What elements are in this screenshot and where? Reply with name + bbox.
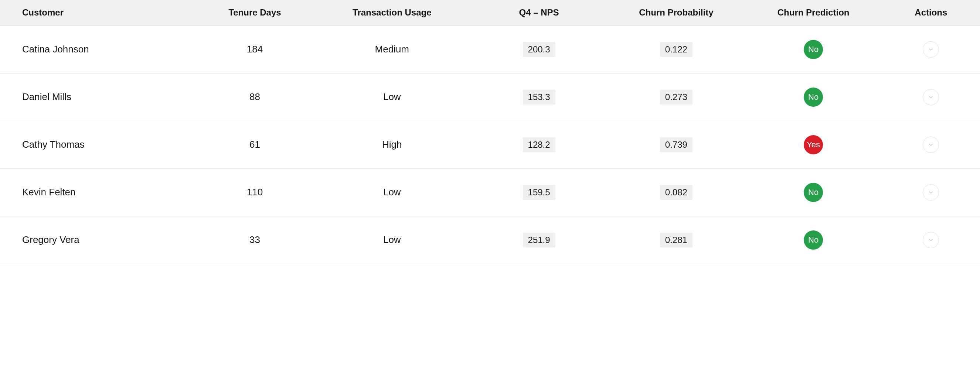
expand-row-button[interactable] — [923, 41, 939, 58]
cell-nps: 200.3 — [471, 25, 608, 73]
col-header-churn-prediction[interactable]: Churn Prediction — [745, 0, 882, 25]
cell-tenure: 184 — [196, 25, 313, 73]
cell-actions — [882, 216, 980, 264]
cell-nps: 251.9 — [471, 216, 608, 264]
cell-actions — [882, 168, 980, 216]
expand-row-button[interactable] — [923, 136, 939, 153]
cell-churn-probability: 0.122 — [608, 25, 745, 73]
nps-pill: 153.3 — [523, 90, 555, 105]
table-row: Cathy Thomas 61 High 128.2 0.739 Yes — [0, 121, 980, 168]
cell-actions — [882, 25, 980, 73]
cell-nps: 128.2 — [471, 121, 608, 168]
table-row: Catina Johnson 184 Medium 200.3 0.122 No — [0, 25, 980, 73]
chevron-down-icon — [928, 46, 934, 53]
cell-customer: Cathy Thomas — [0, 121, 196, 168]
cell-churn-probability: 0.082 — [608, 168, 745, 216]
cell-churn-prediction: No — [745, 73, 882, 121]
cell-churn-prediction: No — [745, 216, 882, 264]
prob-pill: 0.739 — [660, 137, 692, 152]
cell-churn-prediction: Yes — [745, 121, 882, 168]
prob-pill: 0.273 — [660, 90, 692, 105]
prediction-badge: No — [804, 183, 823, 202]
chevron-down-icon — [928, 237, 934, 243]
cell-customer: Daniel Mills — [0, 73, 196, 121]
cell-customer: Kevin Felten — [0, 168, 196, 216]
cell-tenure: 61 — [196, 121, 313, 168]
expand-row-button[interactable] — [923, 232, 939, 248]
prediction-badge: No — [804, 87, 823, 107]
cell-nps: 159.5 — [471, 168, 608, 216]
expand-row-button[interactable] — [923, 184, 939, 200]
prob-pill: 0.281 — [660, 233, 692, 247]
prediction-badge: Yes — [804, 135, 823, 154]
cell-nps: 153.3 — [471, 73, 608, 121]
col-header-churn-probability[interactable]: Churn Probability — [608, 0, 745, 25]
col-header-tenure[interactable]: Tenure Days — [196, 0, 313, 25]
chevron-down-icon — [928, 189, 934, 196]
prediction-badge: No — [804, 40, 823, 59]
cell-usage: Medium — [314, 25, 471, 73]
prob-pill: 0.082 — [660, 185, 692, 200]
cell-customer: Gregory Vera — [0, 216, 196, 264]
cell-usage: Low — [314, 216, 471, 264]
cell-actions — [882, 121, 980, 168]
cell-customer: Catina Johnson — [0, 25, 196, 73]
cell-churn-prediction: No — [745, 25, 882, 73]
table-row: Daniel Mills 88 Low 153.3 0.273 No — [0, 73, 980, 121]
nps-pill: 200.3 — [523, 42, 555, 57]
table-header-row: Customer Tenure Days Transaction Usage Q… — [0, 0, 980, 25]
prob-pill: 0.122 — [660, 42, 692, 57]
prediction-badge: No — [804, 230, 823, 250]
cell-churn-probability: 0.739 — [608, 121, 745, 168]
nps-pill: 128.2 — [523, 137, 555, 152]
cell-churn-probability: 0.273 — [608, 73, 745, 121]
cell-usage: High — [314, 121, 471, 168]
customer-churn-table: Customer Tenure Days Transaction Usage Q… — [0, 0, 980, 264]
col-header-customer[interactable]: Customer — [0, 0, 196, 25]
table-row: Kevin Felten 110 Low 159.5 0.082 No — [0, 168, 980, 216]
cell-tenure: 33 — [196, 216, 313, 264]
nps-pill: 251.9 — [523, 233, 555, 247]
col-header-actions: Actions — [882, 0, 980, 25]
table-row: Gregory Vera 33 Low 251.9 0.281 No — [0, 216, 980, 264]
col-header-usage[interactable]: Transaction Usage — [314, 0, 471, 25]
cell-churn-probability: 0.281 — [608, 216, 745, 264]
expand-row-button[interactable] — [923, 89, 939, 105]
cell-usage: Low — [314, 168, 471, 216]
cell-tenure: 110 — [196, 168, 313, 216]
cell-actions — [882, 73, 980, 121]
cell-tenure: 88 — [196, 73, 313, 121]
chevron-down-icon — [928, 141, 934, 148]
cell-usage: Low — [314, 73, 471, 121]
nps-pill: 159.5 — [523, 185, 555, 200]
col-header-nps[interactable]: Q4 – NPS — [471, 0, 608, 25]
chevron-down-icon — [928, 94, 934, 100]
cell-churn-prediction: No — [745, 168, 882, 216]
